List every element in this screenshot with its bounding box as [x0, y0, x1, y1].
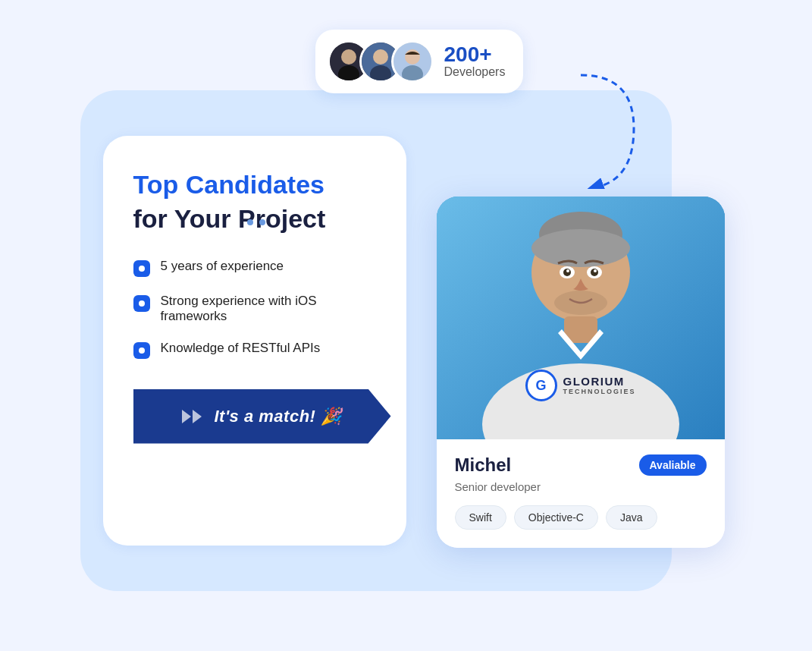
glorium-logo: G GLORIUM TECHNOLOGIES [525, 370, 635, 401]
scene: 200+ Developers Top Candidates for Your … [80, 30, 732, 621]
skill-java: Java [606, 505, 657, 530]
candidate-photo: G GLORIUM TECHNOLOGIES [437, 197, 725, 439]
feature-text-1: 5 years of experience [161, 259, 284, 274]
candidate-info: Michel Avaliable Senior developer Swift … [437, 439, 725, 548]
avatar-3 [391, 40, 434, 83]
feature-item-3: Knowledge of RESTful APIs [133, 341, 376, 359]
match-button[interactable]: It's a match! 🎉 [133, 389, 391, 444]
bullet-icon-1 [133, 260, 150, 277]
feature-list: 5 years of experience Strong experience … [133, 259, 376, 359]
feature-item-1: 5 years of experience [133, 259, 376, 277]
chevron-1 [182, 410, 191, 423]
decorative-dots [247, 219, 265, 225]
developer-count: 200+ [444, 44, 506, 65]
avatars-group [328, 40, 434, 83]
glorium-g-icon: G [525, 370, 556, 401]
dot-1 [247, 219, 253, 225]
svg-point-22 [594, 269, 597, 272]
svg-point-23 [554, 291, 607, 315]
developers-text: 200+ Developers [444, 44, 506, 79]
match-chevrons [182, 410, 202, 423]
available-badge: Avaliable [639, 454, 707, 476]
dot-2 [259, 219, 265, 225]
feature-text-3: Knowledge of RESTful APIs [161, 341, 321, 356]
developers-badge: 200+ Developers [315, 30, 524, 93]
dashed-arrow [573, 68, 664, 192]
candidate-header: Michel Avaliable [455, 454, 707, 476]
feature-item-2: Strong experience with iOS frameworks [133, 294, 376, 324]
chevron-2 [193, 410, 202, 423]
candidate-card: G GLORIUM TECHNOLOGIES Michel Avaliable … [437, 197, 725, 548]
developer-label: Developers [444, 65, 506, 79]
skill-objectivec: Objective-C [514, 505, 598, 530]
skill-swift: Swift [455, 505, 506, 530]
glorium-text-block: GLORIUM TECHNOLOGIES [563, 376, 635, 396]
svg-point-4 [373, 49, 388, 64]
svg-point-14 [531, 229, 630, 267]
skills-list: Swift Objective-C Java [455, 505, 707, 530]
svg-point-1 [341, 49, 356, 64]
bullet-icon-3 [133, 342, 150, 359]
bullet-icon-2 [133, 295, 150, 312]
svg-point-19 [566, 269, 569, 272]
match-button-text: It's a match! 🎉 [214, 407, 341, 426]
glorium-brand-sub: TECHNOLOGIES [563, 388, 635, 395]
candidate-name: Michel [455, 454, 512, 476]
glorium-brand-name: GLORIUM [563, 376, 635, 388]
feature-text-2: Strong experience with iOS frameworks [161, 294, 376, 324]
candidate-role: Senior developer [455, 480, 707, 493]
left-panel: Top Candidates for Your Project 5 years … [103, 136, 406, 546]
panel-title-blue: Top Candidates [133, 169, 376, 200]
